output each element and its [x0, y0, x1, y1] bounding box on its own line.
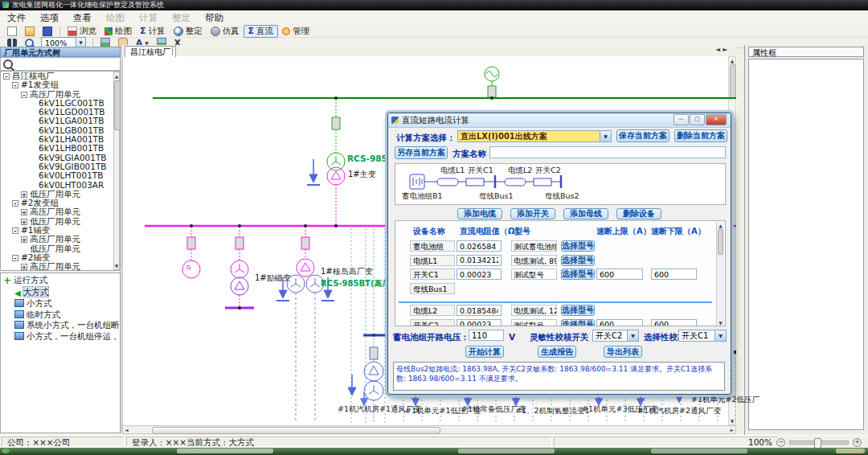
- resistance-input[interactable]: [457, 319, 502, 327]
- new-file-button[interactable]: [3, 26, 21, 37]
- hscroll-thumb[interactable]: [152, 427, 440, 434]
- resistance-input[interactable]: [457, 305, 502, 316]
- scroll-right-icon[interactable]: ►: [730, 427, 734, 433]
- saveas-scheme-button[interactable]: 另存当前方案: [395, 146, 448, 159]
- tree-node[interactable]: 高压厂用单元: [1, 262, 120, 271]
- model-cell: 测试型号: [511, 268, 557, 280]
- calc-button[interactable]: Σ计算: [136, 26, 170, 37]
- dc-button[interactable]: Σ直流: [244, 25, 279, 38]
- tree-node[interactable]: 低压厂用单元: [1, 217, 120, 226]
- canvas-hscrollbar[interactable]: ◄ ►: [122, 425, 736, 434]
- generate-report-button[interactable]: 生成报告: [538, 346, 576, 358]
- dialog-titlebar[interactable]: 直流短路电流计算 — ▢ ✕: [388, 113, 731, 128]
- tree-toggle-icon[interactable]: [12, 228, 18, 234]
- select-model-button[interactable]: 选择型号: [561, 240, 595, 252]
- tree-toggle-icon[interactable]: [12, 200, 18, 207]
- tree-toggle-icon[interactable]: [21, 92, 27, 98]
- resistance-input[interactable]: [457, 255, 502, 266]
- lower-limit-input[interactable]: [651, 319, 697, 327]
- tree-node[interactable]: 低压厂用单元: [1, 244, 120, 253]
- ground-symbol: [307, 159, 320, 185]
- windows-taskbar[interactable]: [0, 448, 868, 455]
- zoom-slider[interactable]: [789, 441, 849, 445]
- delete-scheme-button[interactable]: 删除当前方案: [674, 129, 727, 142]
- tree-toggle-icon[interactable]: [12, 255, 18, 261]
- select-model-button[interactable]: 选择型号: [561, 319, 595, 327]
- tree-toggle-icon[interactable]: [21, 236, 27, 243]
- table-scrollbar[interactable]: ▲ ▼: [716, 222, 724, 326]
- simulate-button[interactable]: 仿真: [207, 26, 244, 37]
- draw-button[interactable]: 绘图: [100, 26, 136, 37]
- taskbar-button[interactable]: [651, 449, 747, 453]
- zoom-slider-thumb[interactable]: [814, 438, 821, 449]
- scroll-down-icon[interactable]: ▼: [114, 263, 119, 268]
- select-model-button[interactable]: 选择型号: [561, 255, 595, 266]
- mode-node[interactable]: 小方式: [1, 298, 120, 309]
- scheme-combo[interactable]: 直出LX(I)001出线方案 ▼: [457, 130, 612, 142]
- scroll-up-icon[interactable]: ▲: [114, 73, 119, 79]
- tree-toggle-icon[interactable]: [21, 219, 27, 225]
- upper-limit-input[interactable]: [596, 319, 643, 327]
- minimize-button[interactable]: —: [674, 114, 689, 125]
- menu-item[interactable]: 文件: [0, 10, 33, 26]
- save-button[interactable]: [39, 26, 56, 37]
- delete-device-button[interactable]: 删除设备: [616, 208, 661, 219]
- search-input[interactable]: [15, 59, 120, 70]
- open-button[interactable]: [21, 26, 39, 37]
- start-calc-button[interactable]: 开始计算: [465, 346, 504, 358]
- mode-node[interactable]: 系统小方式，一台机组断开: [1, 320, 120, 331]
- menu-item[interactable]: 绘图: [99, 10, 132, 26]
- resistance-input[interactable]: [457, 268, 502, 280]
- zoom-in-icon[interactable]: +: [853, 438, 862, 447]
- mode-node[interactable]: 小方式，一台机组停运，系统侧断开: [1, 331, 120, 342]
- mode-node[interactable]: 运行方式: [1, 275, 120, 287]
- selectivity-switch-combo[interactable]: 开关C1 ▼: [678, 330, 727, 342]
- mode-node[interactable]: 临时方式: [1, 309, 120, 321]
- menu-item[interactable]: 计算: [132, 10, 165, 26]
- app-window: { "window": {"title": "发电集团网格化一体化继电保护整定及…: [0, 0, 868, 455]
- scheme-dropdown-icon[interactable]: ▼: [600, 131, 611, 141]
- properties-body[interactable]: [748, 59, 864, 430]
- tree-node-label: 6kV1LGB001TB: [39, 125, 104, 135]
- add-switch-button[interactable]: 添加开关: [510, 208, 555, 219]
- taskbar-tray[interactable]: [836, 449, 865, 453]
- add-cable-button[interactable]: 添加电缆: [457, 208, 502, 219]
- upper-limit-input[interactable]: [596, 268, 643, 280]
- tree-toggle-icon[interactable]: [3, 73, 10, 80]
- voltage-unit-label: V: [509, 332, 515, 342]
- taskbar-button[interactable]: [458, 449, 555, 453]
- resistance-input[interactable]: [457, 240, 502, 252]
- tree-toggle-icon[interactable]: [21, 191, 27, 198]
- tree-scrollbar[interactable]: ▲ ▼: [113, 72, 120, 270]
- tree-node[interactable]: 低压厂用单元: [1, 190, 120, 199]
- manage-button[interactable]: 管理: [278, 26, 313, 37]
- tree-toggle-icon[interactable]: [21, 209, 27, 215]
- tree-node-label: 高压厂用单元: [30, 207, 80, 216]
- tree-toggle-icon[interactable]: [12, 82, 18, 88]
- save-scheme-button[interactable]: 保存当前方案: [616, 129, 669, 142]
- scheme-name-input[interactable]: [489, 146, 726, 158]
- menu-item[interactable]: 查看: [66, 10, 99, 26]
- menu-item[interactable]: 帮助: [198, 10, 231, 26]
- zoom-out-icon[interactable]: −: [776, 438, 785, 447]
- mode-node[interactable]: 大方式: [1, 287, 120, 299]
- scroll-left-icon[interactable]: ◄: [125, 427, 129, 433]
- menu-item[interactable]: 选项: [33, 10, 66, 26]
- tree-toggle-icon[interactable]: [21, 264, 27, 270]
- select-model-button[interactable]: 选择型号: [561, 305, 595, 316]
- model-cell: 测试蓄电池组: [511, 240, 557, 252]
- browse-button[interactable]: 浏览: [63, 26, 100, 37]
- setting-button[interactable]: 整定: [170, 26, 207, 37]
- maximize-button[interactable]: ▢: [690, 114, 705, 125]
- tree-node[interactable]: 昌江核电厂: [1, 72, 120, 80]
- taskbar-button[interactable]: [177, 449, 273, 453]
- close-button[interactable]: ✕: [706, 114, 727, 125]
- export-list-button[interactable]: 导出列表: [604, 346, 642, 358]
- sensitivity-switch-combo[interactable]: 开关C2 ▼: [592, 330, 639, 342]
- start-orb[interactable]: [2, 449, 10, 453]
- menu-item[interactable]: 整定: [165, 10, 198, 26]
- select-model-button[interactable]: 选择型号: [561, 268, 595, 280]
- add-bus-button[interactable]: 添加母线: [563, 208, 608, 219]
- lower-limit-input[interactable]: [651, 268, 697, 280]
- battery-voltage-input[interactable]: [469, 330, 504, 341]
